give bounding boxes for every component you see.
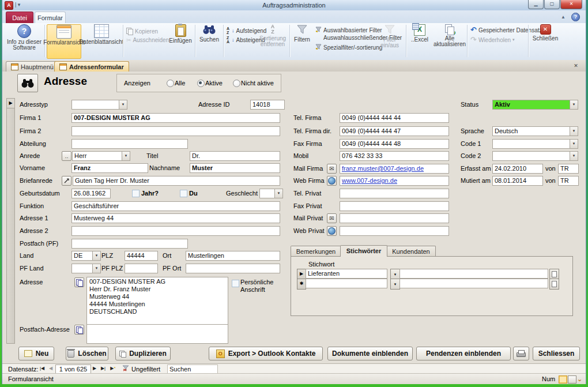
- mobil-field[interactable]: 076 432 33 33: [340, 151, 449, 161]
- form-view-toggle[interactable]: [559, 375, 567, 384]
- form-view-button[interactable]: Formularansicht: [47, 24, 81, 59]
- first-record-button[interactable]: |◀: [38, 365, 46, 373]
- tab-kundendaten[interactable]: Kundendaten: [386, 246, 436, 257]
- radio-alle[interactable]: [167, 80, 174, 87]
- find-button[interactable]: Suchen: [197, 24, 222, 58]
- export-excel-button[interactable]: X ..Excel: [408, 24, 432, 58]
- maximize-button[interactable]: ▢: [544, 0, 560, 9]
- tel-privat-field[interactable]: [340, 189, 449, 198]
- code1-combo[interactable]: ▼: [492, 139, 578, 149]
- du-checkbox[interactable]: [180, 190, 187, 197]
- status-combo[interactable]: Aktiv▼: [492, 100, 578, 110]
- geburtsdatum-field[interactable]: 26.08.1962: [71, 189, 111, 198]
- cut-button[interactable]: ✂ Ausschneiden: [126, 37, 169, 43]
- advanced-filter-button[interactable]: Spezialfilter/-sortierung: [315, 44, 382, 51]
- stichwort-row2-detail-button[interactable]: [549, 279, 559, 290]
- vorname-field[interactable]: Franz: [71, 163, 148, 173]
- dropdown-arrow-icon[interactable]: ▼: [570, 140, 578, 148]
- web-privat-field[interactable]: [340, 226, 449, 236]
- datasheet-view-button[interactable]: Datenblattansicht: [81, 24, 122, 58]
- funktion-field[interactable]: Geschäftsführer: [71, 201, 280, 211]
- redo-button[interactable]: ↷ Wiederholen▾: [470, 36, 515, 43]
- stichwort-row2-field[interactable]: [306, 279, 387, 288]
- land-combo[interactable]: DE▼: [71, 251, 101, 261]
- record-position[interactable]: 1 von 625: [55, 365, 91, 374]
- firma1-field[interactable]: 007-DESIGN MUSTER AG: [71, 113, 280, 123]
- postfach-adresse-field[interactable]: [86, 324, 228, 344]
- close-window-button[interactable]: ✕: [560, 0, 582, 9]
- dropdown-arrow-icon[interactable]: ▼: [570, 127, 578, 136]
- title-bar[interactable]: A | ▾ Auftragsadministration ▁ ▢ ✕: [2, 0, 586, 11]
- print-button[interactable]: [513, 347, 529, 360]
- schliessen-button[interactable]: Schliessen: [533, 347, 580, 360]
- close-form-ribbon-button[interactable]: ✕ Schließen: [530, 24, 560, 58]
- tab-stichwoerter[interactable]: Stichwörter: [340, 245, 387, 257]
- minimize-button[interactable]: ▁: [528, 0, 544, 9]
- loeschen-button[interactable]: Löschen: [66, 347, 108, 360]
- toggle-filter-button[interactable]: Filter ein/aus: [377, 24, 402, 58]
- stichwort-row1-field[interactable]: Lieferanten: [306, 269, 387, 279]
- dropdown-arrow-icon[interactable]: ▼: [570, 152, 578, 160]
- neu-button[interactable]: Neu: [18, 347, 54, 360]
- search-address-button[interactable]: [17, 74, 38, 92]
- doc-tab-adressenformular[interactable]: Adressenformular: [54, 61, 129, 72]
- copy-po-address-button[interactable]: [74, 325, 84, 335]
- filter-button[interactable]: Filtern: [291, 24, 314, 58]
- next-record-button[interactable]: ▶: [91, 365, 98, 373]
- fax-privat-field[interactable]: [340, 201, 449, 211]
- adresstyp-combo[interactable]: ▼: [71, 100, 127, 110]
- ribbon-tab-formular[interactable]: Formular: [35, 12, 66, 24]
- mutiert-von-field[interactable]: TR: [558, 176, 579, 186]
- stichwort-row1-extra-field[interactable]: [399, 269, 548, 279]
- abteilung-field[interactable]: [71, 139, 188, 149]
- adresse2-field[interactable]: [71, 226, 280, 236]
- layout-view-toggle[interactable]: ⌄: [577, 375, 582, 383]
- ribbon-tab-datei[interactable]: Datei: [6, 12, 33, 24]
- erfasst-von-field[interactable]: TR: [558, 164, 579, 174]
- geschlecht-combo[interactable]: ▼: [259, 189, 283, 198]
- adresse1-field[interactable]: Musterweg 44: [71, 213, 280, 223]
- open-private-web-button[interactable]: [327, 226, 337, 236]
- previous-record-button[interactable]: ◀: [47, 365, 54, 373]
- copy-address-button[interactable]: [74, 277, 84, 287]
- export-outlook-button[interactable]: OExport > Outlook Kontakte: [209, 347, 323, 360]
- mail-privat-field[interactable]: [340, 213, 449, 223]
- anrede-picker-button[interactable]: ‥: [62, 151, 71, 161]
- last-record-button[interactable]: ▶|: [99, 365, 107, 373]
- tel-firma-dir-field[interactable]: 0049 (0)4444 444 47: [340, 126, 449, 136]
- sprache-combo[interactable]: Deutsch▼: [492, 126, 578, 136]
- anrede-combo[interactable]: Herr▼: [72, 151, 130, 161]
- firma2-field[interactable]: [71, 126, 280, 136]
- send-mail-button[interactable]: ✉: [327, 164, 337, 174]
- datasheet-view-toggle[interactable]: [568, 375, 576, 384]
- record-selector-bar[interactable]: [6, 98, 15, 344]
- dropdown-arrow-icon[interactable]: ▼: [92, 264, 100, 273]
- doc-tab-hauptmenu[interactable]: Hauptmenü: [6, 61, 59, 72]
- collapse-ribbon-icon[interactable]: ▲: [561, 14, 567, 20]
- mutiert-am-field[interactable]: 08.01.2014: [492, 176, 543, 186]
- adresse-id-field[interactable]: 14018: [250, 100, 285, 110]
- stichwort-row2-extra-field[interactable]: [399, 279, 548, 288]
- clear-sort-button[interactable]: AZ Sortierung entfernen: [256, 24, 289, 58]
- dokumente-einblenden-button[interactable]: Dokumente einblenden: [327, 347, 413, 360]
- stichwort-row2-dropdown[interactable]: ▼: [390, 279, 400, 290]
- persoenliche-anschrift-checkbox[interactable]: [232, 280, 239, 287]
- dropdown-arrow-icon[interactable]: ▼: [274, 189, 282, 198]
- dropdown-arrow-icon[interactable]: ▼: [92, 251, 100, 260]
- dropdown-arrow-icon[interactable]: ▼: [570, 100, 578, 109]
- new-row-selector[interactable]: ✱: [297, 279, 306, 290]
- pf-land-combo[interactable]: ▼: [71, 264, 101, 273]
- erfasst-am-field[interactable]: 24.02.2010: [492, 164, 543, 174]
- radio-nicht-aktive[interactable]: [233, 80, 240, 87]
- tab-bemerkungen[interactable]: Bemerkungen: [291, 246, 341, 257]
- tel-firma-field[interactable]: 0049 (0)4444 444 44: [340, 113, 449, 123]
- adresse-block-field[interactable]: 007-DESIGN MUSTER AG Herr Dr. Franz Must…: [86, 277, 228, 325]
- info-software-button[interactable]: ? Info zu dieser Software: [6, 24, 43, 58]
- pf-ort-field[interactable]: [186, 264, 280, 273]
- mail-firma-field[interactable]: franz.muster@007-design.de: [340, 164, 449, 174]
- radio-aktive[interactable]: [197, 80, 205, 87]
- duplizieren-button[interactable]: Duplizieren: [115, 347, 171, 360]
- postfach-field[interactable]: [71, 239, 188, 249]
- refresh-all-button[interactable]: ↻ Alle aktualisieren: [434, 24, 466, 58]
- web-firma-field[interactable]: www.007-design.de: [340, 176, 449, 186]
